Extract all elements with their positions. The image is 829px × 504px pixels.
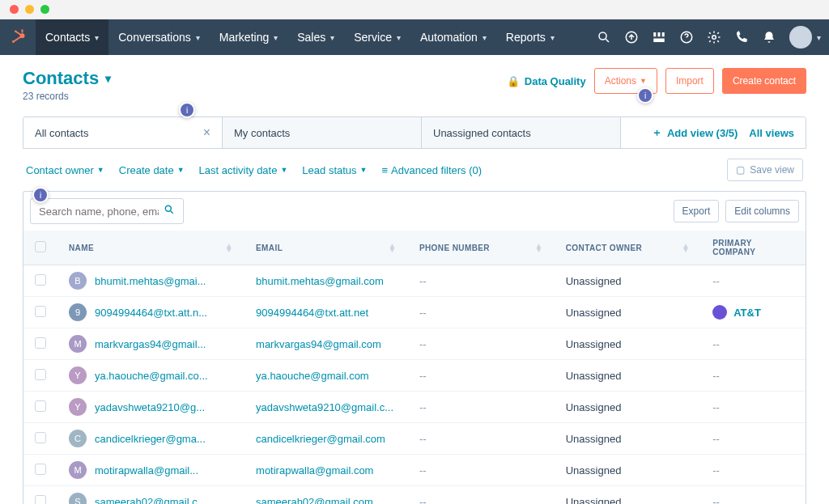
row-checkbox[interactable] <box>35 495 46 505</box>
mac-close[interactable] <box>10 5 19 14</box>
contact-name-link[interactable]: candicelkrieger@gma... <box>95 433 206 445</box>
contact-name-link[interactable]: 9094994464@txt.att.n... <box>95 307 207 319</box>
company-value: -- <box>712 464 720 476</box>
calling-icon[interactable] <box>734 30 749 44</box>
col-company[interactable]: PRIMARY COMPANY <box>701 231 806 265</box>
table-row[interactable]: Ccandicelkrieger@gma...candicelkrieger@g… <box>23 423 806 455</box>
row-checkbox[interactable] <box>35 464 46 475</box>
data-quality-link[interactable]: 🔒 Data Quality <box>507 75 586 87</box>
tab-all-contacts[interactable]: All contacts× <box>23 117 223 148</box>
company-link[interactable]: AT&T <box>733 307 761 319</box>
select-all-checkbox[interactable] <box>35 241 46 252</box>
filter-last-activity-date[interactable]: Last activity date ▼ <box>199 164 288 176</box>
chevron-down-icon: ▼ <box>360 166 368 174</box>
notifications-icon[interactable] <box>762 30 776 44</box>
filter-lead-status[interactable]: Lead status ▼ <box>302 164 367 176</box>
upgrade-icon[interactable] <box>624 30 639 44</box>
chevron-down-icon: ▾ <box>196 33 200 42</box>
nav-service[interactable]: Service▾ <box>344 19 410 55</box>
save-icon: ▢ <box>736 164 745 176</box>
contact-name-link[interactable]: ya.haouche@gmail.co... <box>95 370 208 382</box>
contact-email-link[interactable]: ya.haouche@gmail.com <box>256 370 369 382</box>
company-logo <box>712 305 727 320</box>
edit-columns-button[interactable]: Edit columns <box>725 200 799 222</box>
row-checkbox[interactable] <box>35 274 46 286</box>
contact-avatar: C <box>69 430 87 447</box>
nav-label: Service <box>354 31 392 44</box>
nav-label: Reports <box>506 31 546 44</box>
import-button[interactable]: Import <box>665 68 714 94</box>
chevron-down-icon: ▾ <box>483 33 487 42</box>
close-icon[interactable]: × <box>203 125 210 140</box>
col-name[interactable]: NAME▲▼ <box>57 231 244 265</box>
contact-name-link[interactable]: sameerah02@gmail.c... <box>95 496 206 505</box>
contact-email-link[interactable]: 9094994464@txt.att.net <box>256 307 368 319</box>
add-view-button[interactable]: ＋ Add view (3/5) <box>652 125 738 140</box>
nav-conversations[interactable]: Conversations▾ <box>108 19 210 55</box>
tab-my-contacts[interactable]: My contacts <box>223 117 422 148</box>
search-icon[interactable] <box>597 30 611 44</box>
tab-unassigned-contacts[interactable]: Unassigned contacts <box>422 117 621 148</box>
table-row[interactable]: Mmotirapwalla@gmail...motirapwalla@gmail… <box>23 455 806 486</box>
all-views-link[interactable]: All views <box>749 127 794 139</box>
col-owner[interactable]: CONTACT OWNER▲▼ <box>555 231 701 265</box>
row-checkbox[interactable] <box>35 369 46 380</box>
search-input[interactable] <box>39 205 159 218</box>
export-button[interactable]: Export <box>674 200 720 222</box>
col-phone[interactable]: PHONE NUMBER▲▼ <box>408 231 555 265</box>
tour-dot[interactable]: i <box>637 87 653 104</box>
table-row[interactable]: 99094994464@txt.att.n...9094994464@txt.a… <box>23 297 806 328</box>
row-checkbox[interactable] <box>35 337 46 349</box>
contact-name-link[interactable]: yadavshweta9210@g... <box>95 401 205 413</box>
table-row[interactable]: Yyadavshweta9210@g...yadavshweta9210@gma… <box>23 392 806 423</box>
user-avatar <box>789 26 812 49</box>
tab-label: All contacts <box>35 127 88 139</box>
nav-reports[interactable]: Reports▾ <box>496 19 564 55</box>
mac-minimize[interactable] <box>25 5 34 14</box>
filter-contact-owner[interactable]: Contact owner ▼ <box>26 164 104 176</box>
svg-rect-9 <box>653 39 665 43</box>
table-row[interactable]: Ssameerah02@gmail.c...sameerah02@gmail.c… <box>23 486 806 505</box>
svg-rect-7 <box>658 32 661 36</box>
row-checkbox[interactable] <box>35 306 46 317</box>
filter-label: Contact owner <box>26 164 94 176</box>
table-row[interactable]: Yya.haouche@gmail.co...ya.haouche@gmail.… <box>23 360 806 392</box>
contact-email-link[interactable]: motirapwalla@gmail.com <box>256 464 373 476</box>
help-icon[interactable] <box>679 30 694 44</box>
table-row[interactable]: Bbhumit.mehtas@gmai...bhumit.mehtas@gmai… <box>23 265 806 297</box>
tour-dot[interactable]: i <box>179 102 195 118</box>
owner-value: Unassigned <box>566 338 622 350</box>
col-email[interactable]: EMAIL▲▼ <box>244 231 408 265</box>
nav-marketing[interactable]: Marketing▾ <box>210 19 287 55</box>
nav-label: Sales <box>297 31 325 44</box>
save-view-button[interactable]: ▢ Save view <box>727 159 803 181</box>
row-checkbox[interactable] <box>35 432 46 443</box>
advanced-filters-label: Advanced filters (0) <box>391 164 482 176</box>
contact-name-link[interactable]: bhumit.mehtas@gmai... <box>95 275 206 287</box>
chevron-down-icon: ▼ <box>280 166 287 174</box>
filter-create-date[interactable]: Create date ▼ <box>119 164 185 176</box>
create-contact-button[interactable]: Create contact <box>722 68 806 94</box>
row-checkbox[interactable] <box>35 400 46 412</box>
contact-email-link[interactable]: markvargas94@gmail.com <box>256 338 381 350</box>
mac-zoom[interactable] <box>40 5 49 14</box>
table-row[interactable]: Mmarkvargas94@gmail...markvargas94@gmail… <box>23 328 806 360</box>
search-box[interactable] <box>30 198 184 224</box>
phone-value: -- <box>419 433 427 445</box>
hubspot-logo[interactable] <box>0 19 36 55</box>
settings-icon[interactable] <box>707 30 721 44</box>
marketplace-icon[interactable] <box>652 30 666 44</box>
nav-automation[interactable]: Automation▾ <box>410 19 496 55</box>
advanced-filters[interactable]: ≡ Advanced filters (0) <box>382 164 483 176</box>
nav-sales[interactable]: Sales▾ <box>287 19 344 55</box>
contact-email-link[interactable]: bhumit.mehtas@gmail.com <box>256 275 384 287</box>
account-menu[interactable]: ▾ <box>776 26 821 49</box>
contact-email-link[interactable]: candicelkrieger@gmail.com <box>256 433 385 445</box>
contact-email-link[interactable]: yadavshweta9210@gmail.c... <box>256 401 393 413</box>
tour-dot[interactable]: i <box>32 187 49 203</box>
contact-name-link[interactable]: motirapwalla@gmail... <box>95 464 198 476</box>
contact-name-link[interactable]: markvargas94@gmail... <box>95 338 206 350</box>
nav-contacts[interactable]: Contacts▾ <box>36 19 108 55</box>
contact-email-link[interactable]: sameerah02@gmail.com <box>256 496 373 505</box>
page-title[interactable]: Contacts ▾ <box>23 68 111 89</box>
